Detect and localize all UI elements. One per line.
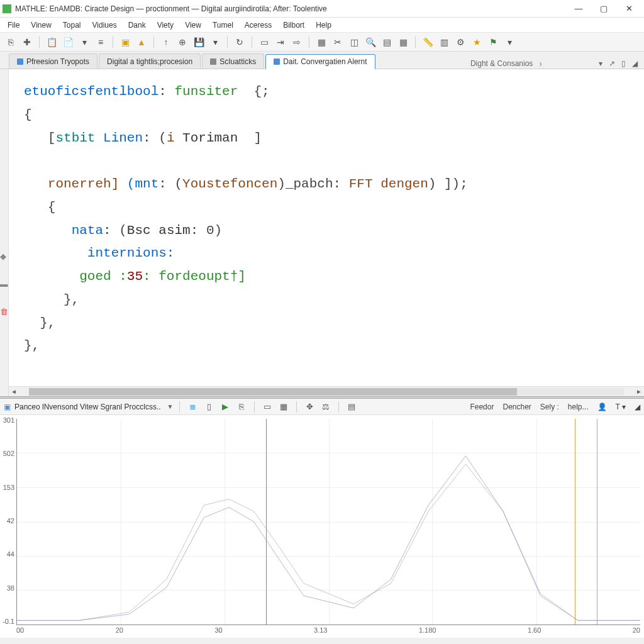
panel-icon[interactable]: ▯ — [621, 59, 626, 68]
breadcrumb-text[interactable]: Dight & Consanios — [470, 59, 533, 68]
menu-item[interactable]: Bilbort — [278, 19, 309, 31]
chevron-down-icon[interactable]: ▾ — [502, 35, 516, 49]
user-icon[interactable]: ▣ — [118, 35, 132, 49]
panel-link[interactable]: help... — [568, 402, 589, 411]
dropdown-icon[interactable]: ▾ — [599, 59, 602, 68]
breakpoint-icon[interactable]: ◆ — [0, 252, 9, 260]
code-editor[interactable]: etuoficsfentlbool: funsiter {; { [stbit … — [9, 69, 644, 386]
star-icon[interactable]: ★ — [470, 35, 484, 49]
gear-icon[interactable]: ⚙ — [453, 35, 467, 49]
scroll-thumb[interactable] — [29, 388, 517, 396]
scroll-track[interactable] — [29, 388, 624, 396]
paste-icon[interactable]: 📄 — [61, 35, 75, 49]
ruler-icon[interactable]: 📏 — [421, 35, 435, 49]
chevron-right-icon[interactable]: › — [539, 58, 542, 69]
code-token: funsiter — [174, 84, 238, 99]
separator — [415, 36, 416, 48]
grid2-icon[interactable]: ▦ — [396, 35, 410, 49]
marker-icon[interactable]: ▬ — [0, 279, 9, 288]
code-token: nata — [72, 223, 103, 238]
save-icon[interactable]: 💾 — [192, 35, 206, 49]
scroll-right-icon[interactable]: ► — [634, 388, 644, 395]
menu-view[interactable]: View — [180, 19, 206, 31]
pin-icon[interactable]: ↗ — [609, 59, 615, 68]
menu-item[interactable]: Aceress — [240, 19, 277, 31]
folder-icon[interactable]: ▭ — [257, 35, 271, 49]
delete-icon[interactable]: 🗑 — [0, 307, 9, 316]
plot-area[interactable] — [16, 419, 640, 625]
new-icon[interactable]: ⎘ — [4, 35, 18, 49]
text-icon[interactable]: T ▾ — [616, 402, 626, 411]
copy-icon[interactable]: 📋 — [45, 35, 58, 49]
main-toolbar: ⎘ ✚ 📋 📄 ▾ ≡ ▣ ▲ ↑ ⊕ 💾 ▾ ↻ ▭ ⇥ ⇨ ▦ ✂ ◫ 🔍 … — [0, 33, 644, 52]
menu-item[interactable]: Vidiues — [87, 19, 122, 31]
cursor-icon[interactable]: ✥ — [303, 401, 316, 413]
expand2-icon[interactable]: ◢ — [635, 402, 640, 411]
chart-icon[interactable]: ◫ — [347, 35, 361, 49]
maximize-button[interactable]: ▢ — [591, 1, 616, 17]
menu-help[interactable]: Help — [311, 19, 336, 31]
panel-link[interactable]: Sely : — [540, 402, 559, 411]
tab-item[interactable]: Pfreesion Tryopots — [9, 53, 97, 69]
menu-item[interactable]: Tumel — [208, 19, 238, 31]
table2-icon[interactable]: ▤ — [345, 401, 358, 413]
xtick: 1.60 — [528, 626, 541, 636]
grid-icon[interactable]: ▦ — [314, 35, 328, 49]
expand-icon[interactable]: ◢ — [632, 59, 638, 68]
menu-item[interactable]: Dank — [123, 19, 151, 31]
columns-icon[interactable]: ▯ — [203, 401, 215, 413]
table-icon[interactable]: ▤ — [380, 35, 394, 49]
scroll-left-icon[interactable]: ◄ — [9, 388, 19, 395]
forward-icon[interactable]: ⇨ — [290, 35, 304, 49]
tab-item[interactable]: Digital a tightlis;procesion — [99, 53, 201, 69]
separator — [252, 36, 252, 48]
tab-item[interactable]: ScIuatticks — [202, 53, 264, 69]
up-icon[interactable]: ↑ — [159, 35, 173, 49]
doc-icon[interactable]: ▥ — [437, 35, 451, 49]
tabbar: Pfreesion Tryopots Digital a tightlis;pr… — [0, 52, 644, 69]
separator — [227, 36, 228, 48]
panel-link[interactable]: Feedor — [470, 402, 494, 411]
menu-item[interactable]: Topal — [58, 19, 86, 31]
xtick: 30 — [214, 626, 222, 636]
zoom-icon[interactable]: 🔍 — [364, 35, 377, 49]
separator — [113, 36, 113, 48]
chevron-down-icon[interactable]: ▾ — [208, 35, 222, 49]
code-token: etuoficsfentlbool — [24, 84, 158, 99]
separator — [153, 36, 154, 48]
save2-icon[interactable]: ▭ — [261, 401, 274, 413]
panel-title[interactable]: Panceo lNvensond Vitew Sgranl Procclcss.… — [14, 402, 164, 411]
menu-item[interactable]: Vinew — [26, 19, 56, 31]
close-button[interactable]: ✕ — [616, 1, 641, 17]
person-icon[interactable]: ▲ — [135, 35, 148, 49]
horizontal-scrollbar[interactable]: ◄ ► — [9, 386, 644, 396]
code-token: dengen — [380, 177, 428, 191]
signal-chart[interactable]: 301 502 153 42 44 38 -0.1 00 20 30 3.13 … — [0, 415, 644, 638]
code-token: : ( — [143, 131, 167, 145]
run-icon[interactable]: ▶ — [219, 401, 231, 413]
xtick: 3.13 — [314, 626, 327, 636]
code-token: }, — [64, 292, 79, 307]
code-token: : 0) — [191, 223, 222, 238]
center-icon[interactable]: ⊕ — [175, 35, 189, 49]
chevron-down-icon[interactable]: ▼ — [167, 403, 174, 410]
copy2-icon[interactable]: ⎘ — [235, 401, 248, 413]
export-icon[interactable]: ⇥ — [274, 35, 287, 49]
dropdown-icon[interactable]: ▾ — [77, 35, 91, 49]
add-icon[interactable]: ✚ — [20, 35, 34, 49]
tab-item-active[interactable]: Dait. Convergatien Alernt — [265, 54, 375, 69]
menu-item[interactable]: Viety — [152, 19, 179, 31]
code-token: Youstefoncen — [182, 177, 277, 191]
minimize-button[interactable]: — — [566, 1, 591, 17]
refresh-icon[interactable]: ↻ — [233, 35, 247, 49]
grid3-icon[interactable]: ▦ — [277, 401, 290, 413]
measure-icon[interactable]: ⚖ — [319, 401, 332, 413]
tab-breadcrumb: Dight & Consanios › ▾ ↗ ▯ ◢ — [470, 58, 644, 69]
menu-file[interactable]: File — [3, 19, 25, 31]
flag-icon[interactable]: ⚑ — [486, 35, 500, 49]
user2-icon[interactable]: 👤 — [597, 402, 607, 411]
align-icon[interactable]: ≣ — [186, 401, 199, 413]
panel-link[interactable]: Dencher — [502, 402, 531, 411]
tools-icon[interactable]: ✂ — [331, 35, 345, 49]
list-icon[interactable]: ≡ — [94, 35, 108, 49]
